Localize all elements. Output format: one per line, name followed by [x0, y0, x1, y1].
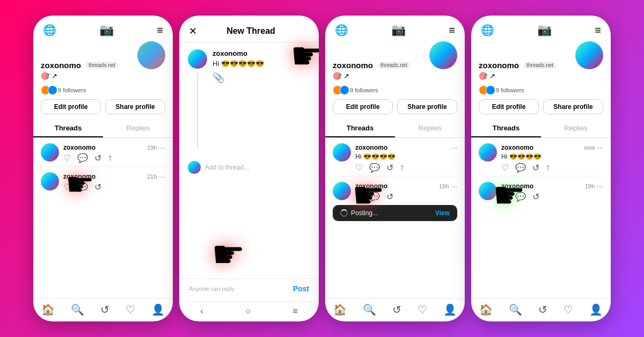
globe-icon-3[interactable]: 🌐	[335, 24, 348, 36]
feed-dots-1-2[interactable]: ···	[159, 172, 165, 181]
like-icon-4-2[interactable]: ♡	[501, 192, 509, 202]
dialog-thread-text[interactable]: Hi 😎😎😎😎😎	[213, 60, 310, 68]
nav-like-4[interactable]: ♡	[564, 303, 573, 316]
share-profile-btn-4[interactable]: Share profile	[543, 99, 603, 114]
nav-home-2[interactable]: ○	[245, 306, 251, 316]
feed-content-4-1: zoxonomo now ··· Hi 😎😎😎😎 ♡ 💬 ↺ ↑	[501, 143, 603, 173]
nav-like-3[interactable]: ♡	[418, 303, 427, 316]
profile-top-3: zoxonomo threads.net 🎯 ↗	[333, 41, 457, 82]
comment-icon-3-1[interactable]: 💬	[369, 163, 380, 173]
tab-replies-3[interactable]: Replies	[395, 120, 465, 137]
bio-icons-4: 🎯 ↗	[479, 72, 575, 80]
tab-threads-4[interactable]: Threads	[471, 120, 541, 137]
feed-time-4-1: now	[584, 144, 595, 151]
globe-icon-4[interactable]: 🌐	[481, 24, 494, 36]
post-btn[interactable]: Post	[293, 284, 309, 293]
feed-dots-1-1[interactable]: ···	[159, 143, 165, 152]
bottom-nav-2: ‹ ○ ≡	[179, 302, 319, 321]
profile-btns-1: Edit profile Share profile	[41, 99, 165, 114]
like-icon-3-2[interactable]: ♡	[355, 192, 363, 202]
tab-threads-3[interactable]: Threads	[325, 120, 395, 137]
followers-row-4: 9 followers	[479, 85, 603, 95]
nav-repost-3[interactable]: ↺	[392, 303, 401, 316]
globe-icon-1[interactable]: 🌐	[43, 24, 56, 36]
share-icon-3-1[interactable]: ↑	[400, 163, 404, 173]
tabs-3: Threads Replies	[325, 120, 465, 138]
dialog-close-btn[interactable]: ✕	[189, 25, 197, 37]
comment-icon-4-1[interactable]: 💬	[515, 163, 526, 173]
phone-panel-2: ✕ New Thread zoxonomo Hi 😎😎😎😎😎 📎 ☛ Add t…	[179, 16, 319, 321]
toast-view-btn[interactable]: View	[435, 209, 450, 217]
edit-profile-btn-1[interactable]: Edit profile	[41, 99, 101, 114]
nav-like-1[interactable]: ♡	[126, 303, 135, 316]
nav-home-3[interactable]: 🏠	[333, 303, 347, 316]
nav-search-3[interactable]: 🔍	[363, 303, 376, 316]
followers-row-1: 9 followers	[41, 85, 165, 95]
tab-replies-1[interactable]: Replies	[103, 120, 173, 137]
dialog-footer-hint: Anyone can reply	[189, 285, 235, 292]
repost-icon-4-1[interactable]: ↺	[532, 163, 539, 173]
edit-profile-btn-4[interactable]: Edit profile	[479, 99, 539, 114]
repost-icon-1-1[interactable]: ↺	[94, 153, 101, 163]
username-1: zoxonomo	[41, 61, 81, 70]
nav-repost-1[interactable]: ↺	[100, 303, 109, 316]
nav-search-1[interactable]: 🔍	[71, 303, 84, 316]
share-profile-btn-3[interactable]: Share profile	[397, 99, 457, 114]
followers-count-1: 9 followers	[58, 87, 86, 93]
comment-icon-3-2[interactable]: 💬	[369, 192, 380, 202]
instagram-icon-1[interactable]: 📷	[99, 23, 114, 37]
feed-content-1-1: zoxonomo 19h ··· ♡ 💬 ↺ ↑	[63, 143, 165, 163]
share-profile-btn-1[interactable]: Share profile	[105, 99, 165, 114]
dialog-add-avatar	[188, 161, 201, 174]
menu-icon-1[interactable]: ≡	[157, 24, 163, 36]
attach-icon[interactable]: 📎	[213, 72, 224, 83]
arrow-emoji-1: ↗	[52, 72, 57, 80]
menu-icon-4[interactable]: ≡	[595, 24, 601, 36]
instagram-icon-3[interactable]: 📷	[391, 23, 406, 37]
nav-back-2[interactable]: ‹	[200, 306, 203, 316]
follower-avatar-4b	[486, 85, 495, 95]
comment-icon-1-2[interactable]: 💬	[77, 182, 88, 192]
share-icon-1-1[interactable]: ↑	[108, 153, 112, 163]
cursor-hand-2b: ☛	[211, 236, 245, 273]
feed-dots-3-2[interactable]: ···	[451, 182, 457, 191]
nav-profile-1[interactable]: 👤	[151, 303, 165, 316]
nav-search-4[interactable]: 🔍	[509, 303, 522, 316]
comment-icon-1-1[interactable]: 💬	[77, 153, 88, 163]
nav-profile-3[interactable]: 👤	[443, 303, 457, 316]
feed-3: zoxonomo ··· Hi 😎😎😎😎 ♡ 💬 ↺ ↑ zo	[325, 138, 465, 298]
nav-profile-4[interactable]: 👤	[589, 303, 603, 316]
repost-icon-1-2[interactable]: ↺	[94, 182, 101, 192]
like-icon-3-1[interactable]: ♡	[355, 163, 363, 173]
follower-avatar-3b	[340, 85, 349, 95]
like-icon-1-1[interactable]: ♡	[63, 153, 71, 163]
feed-dots-4-1[interactable]: ···	[597, 143, 603, 152]
comment-icon-4-2[interactable]: 💬	[515, 192, 526, 202]
nav-recents-2[interactable]: ≡	[292, 306, 297, 316]
repost-icon-4-2[interactable]: ↺	[532, 192, 539, 202]
tab-threads-1[interactable]: Threads	[33, 120, 103, 137]
nav-home-1[interactable]: 🏠	[41, 303, 55, 316]
feed-dots-3-1[interactable]: ···	[451, 143, 457, 152]
like-icon-4-1[interactable]: ♡	[501, 163, 509, 173]
edit-profile-btn-3[interactable]: Edit profile	[333, 99, 393, 114]
feed-avatar-3-2	[333, 182, 351, 200]
feed-meta-4-1: now ···	[584, 143, 603, 152]
target-emoji-1: 🎯	[41, 72, 49, 80]
feed-actions-1-1: ♡ 💬 ↺ ↑	[63, 153, 165, 163]
like-icon-1-2[interactable]: ♡	[63, 182, 71, 192]
nav-home-4[interactable]: 🏠	[479, 303, 493, 316]
repost-icon-3-2[interactable]: ↺	[386, 192, 393, 202]
share-icon-4-1[interactable]: ↑	[546, 163, 550, 173]
instagram-icon-4[interactable]: 📷	[537, 23, 552, 37]
dialog-body: zoxonomo Hi 😎😎😎😎😎 📎 ☛	[179, 43, 319, 156]
feed-dots-4-2[interactable]: ···	[597, 182, 603, 191]
target-emoji-4: 🎯	[479, 72, 487, 80]
feed-meta-3-1: ···	[451, 143, 457, 152]
feed-actions-3-1: ♡ 💬 ↺ ↑	[355, 163, 457, 173]
tab-replies-4[interactable]: Replies	[541, 120, 611, 137]
menu-icon-3[interactable]: ≡	[449, 24, 455, 36]
nav-repost-4[interactable]: ↺	[538, 303, 547, 316]
repost-icon-3-1[interactable]: ↺	[386, 163, 393, 173]
domain-badge-4: threads.net	[523, 62, 557, 69]
